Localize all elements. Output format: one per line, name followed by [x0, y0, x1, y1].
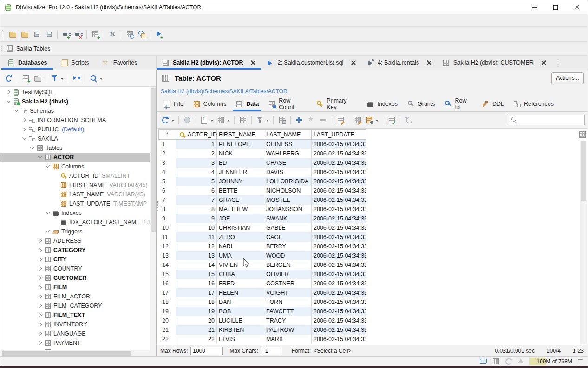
cell-last-update[interactable]: 2006-02-15 04:34:33 [312, 279, 366, 288]
table-row[interactable]: 10 10 CHRISTIAN GABLE 2006-02-15 04:34:3… [158, 223, 366, 232]
cell-last-update[interactable]: 2006-02-15 04:34:33 [312, 270, 366, 279]
toolbar-button[interactable] [403, 114, 415, 126]
table-row[interactable]: 9 9 JOE SWANK 2006-02-15 04:34:33 [158, 214, 366, 223]
cell-actor-id[interactable]: 15 [176, 270, 217, 279]
table-row[interactable]: 2 2 NICK WAHLBERG 2006-02-15 04:34:33 [158, 149, 366, 158]
panel-splitter[interactable] [157, 201, 158, 203]
chevron-icon[interactable] [37, 293, 43, 300]
cell-first-name[interactable]: CHRISTIAN [217, 223, 264, 232]
row-number[interactable]: 21 [158, 325, 176, 335]
tab-close-icon[interactable] [426, 60, 432, 65]
tree-item[interactable]: PUBLIC (Default) [0, 125, 156, 134]
tree-item[interactable]: FILM [0, 283, 156, 292]
toolbar-button[interactable] [305, 114, 317, 126]
toolbar-button[interactable] [317, 114, 329, 126]
tree-item[interactable]: PAYMENT [0, 338, 156, 348]
column-header-last-name[interactable]: LAST_NAME [264, 129, 312, 140]
table-row[interactable]: 7 7 GRACE MOSTEL 2006-02-15 04:34:33 [158, 195, 366, 205]
tree-item[interactable]: Sakila H2 (dbvis) [0, 97, 156, 106]
tree-item[interactable]: Columns [0, 162, 156, 171]
chevron-icon[interactable] [37, 340, 43, 346]
cell-last-name[interactable]: JOHANSSON [264, 205, 312, 214]
memory-indicator[interactable]: 199M of 768M [529, 358, 572, 365]
tree-item[interactable]: LANGUAGE [0, 329, 156, 338]
chevron-icon[interactable] [37, 247, 43, 253]
row-number[interactable]: 22 [158, 335, 176, 344]
toolbar-button[interactable] [198, 114, 215, 126]
cell-actor-id[interactable]: 18 [176, 297, 217, 307]
row-number[interactable]: 2 [158, 149, 176, 158]
toolbar-button[interactable] [60, 28, 72, 40]
toolbar-button[interactable] [237, 114, 249, 126]
maximize-button[interactable] [545, 0, 566, 14]
tab-close-icon[interactable] [351, 60, 356, 65]
tree-item[interactable]: Indexes [0, 208, 156, 218]
toolbar-button[interactable] [254, 114, 271, 126]
row-number[interactable]: 16 [158, 279, 176, 288]
row-number[interactable]: 6 [158, 186, 176, 195]
connections-icon[interactable] [492, 357, 500, 365]
row-number[interactable]: 8 [158, 205, 176, 214]
cell-first-name[interactable]: ELVIS [217, 335, 264, 344]
toolbar-button[interactable] [181, 114, 193, 126]
bookmark-label[interactable]: Sakila Tables [16, 45, 50, 52]
toolbar-button[interactable] [49, 72, 65, 84]
chevron-icon[interactable] [45, 163, 51, 170]
cell-actor-id[interactable]: 3 [176, 158, 217, 168]
max-chars-input[interactable] [261, 347, 282, 355]
scrollbar-thumb[interactable] [2, 351, 131, 356]
alert-icon[interactable] [517, 357, 525, 365]
row-number[interactable]: 11 [158, 232, 176, 242]
cell-first-name[interactable]: JOE [217, 214, 264, 223]
toolbar-button[interactable] [31, 28, 43, 40]
tree-item[interactable]: INFORMATION_SCHEMA [0, 116, 156, 125]
chevron-icon[interactable] [37, 284, 43, 291]
tree-item[interactable]: COUNTRY [0, 264, 156, 273]
tree-item[interactable]: CITY [0, 255, 156, 264]
cell-first-name[interactable]: ED [217, 158, 264, 168]
cell-last-update[interactable]: 2006-02-15 04:34:33 [312, 335, 366, 344]
toolbar-button[interactable] [106, 28, 118, 40]
toolbar-button[interactable] [136, 28, 148, 40]
row-number[interactable]: 12 [158, 242, 176, 251]
cell-first-name[interactable]: BOB [217, 307, 264, 316]
chevron-icon[interactable] [37, 349, 43, 350]
scrollbar-thumb[interactable] [581, 141, 586, 201]
document-tab[interactable]: Sakila H2 (dbvis): CUSTOMER [437, 56, 552, 70]
tree-item[interactable]: Tables [0, 143, 156, 153]
cell-first-name[interactable]: VIVIEN [217, 260, 264, 270]
cell-last-update[interactable]: 2006-02-15 04:34:33 [312, 307, 366, 316]
cell-last-update[interactable]: 2006-02-15 04:34:33 [312, 214, 366, 223]
cell-last-update[interactable]: 2006-02-15 04:34:33 [312, 195, 366, 205]
object-subtab[interactable]: Indexes [362, 97, 402, 111]
toolbar-button[interactable] [124, 28, 136, 40]
cell-last-name[interactable]: DAVIS [264, 168, 312, 177]
object-subtab[interactable]: Info [158, 97, 188, 111]
table-row[interactable]: 20 20 LUCILLE TRACY 2006-02-15 04:34:33 [158, 316, 366, 325]
object-subtab[interactable]: Columns [188, 97, 231, 111]
row-number[interactable]: 9 [158, 214, 176, 223]
toolbar-button[interactable] [159, 114, 176, 126]
cell-last-update[interactable]: 2006-02-15 04:34:33 [312, 325, 366, 335]
cell-last-name[interactable]: GUINESS [264, 140, 312, 149]
cell-last-update[interactable]: 2006-02-15 04:34:33 [312, 168, 366, 177]
table-row[interactable]: 1 1 PENELOPE GUINESS 2006-02-15 04:34:33 [158, 140, 366, 149]
tree-item[interactable]: ADDRESS [0, 236, 156, 245]
row-number[interactable]: 5 [158, 177, 176, 186]
table-row[interactable]: 16 16 FRED COSTNER 2006-02-15 04:34:33 [158, 279, 366, 288]
cell-actor-id[interactable]: 11 [176, 232, 217, 242]
toolbar-button[interactable] [2, 72, 14, 84]
cell-first-name[interactable]: KIRSTEN [217, 325, 264, 335]
row-number[interactable]: 1 [158, 140, 176, 149]
cell-last-update[interactable]: 2006-02-15 04:34:33 [312, 205, 366, 214]
table-row[interactable]: 12 12 KARL BERRY 2006-02-15 04:34:33 [158, 242, 366, 251]
table-row[interactable]: 13 13 UMA WOOD 2006-02-15 04:34:33 [158, 251, 366, 260]
cell-first-name[interactable]: BETTE [217, 186, 264, 195]
cell-actor-id[interactable]: 8 [176, 205, 217, 214]
cell-last-update[interactable]: 2006-02-15 04:34:33 [312, 140, 366, 149]
tree-item[interactable]: IDX_ACTOR_LAST_NAME 1:LAST [0, 218, 156, 227]
chevron-icon[interactable] [37, 256, 43, 263]
row-number[interactable]: 3 [158, 158, 176, 168]
toolbar-button[interactable] [153, 28, 165, 40]
chevron-icon[interactable] [13, 108, 20, 114]
